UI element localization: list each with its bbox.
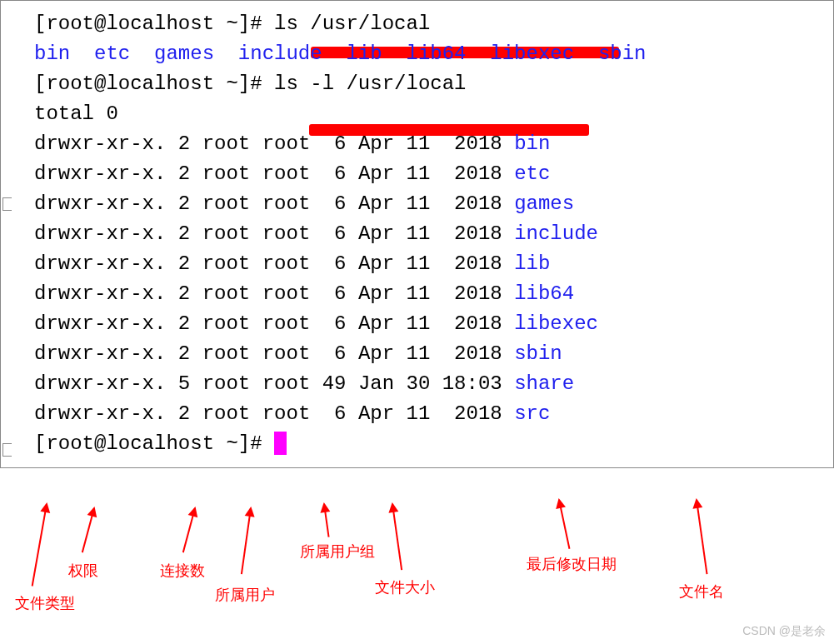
date-col: Apr 11 2018	[347, 132, 502, 155]
cursor	[274, 432, 287, 455]
size-col: 6	[310, 162, 346, 185]
links-col: 2	[166, 192, 190, 215]
table-row: drwxr-xr-x. 2 root root 6 Apr 11 2018 bi…	[1, 129, 833, 159]
label-links: 连接数	[160, 561, 205, 581]
date-col: Apr 11 2018	[347, 192, 502, 215]
table-row: drwxr-xr-x. 2 root root 6 Apr 11 2018 ga…	[1, 189, 833, 219]
label-size: 文件大小	[375, 577, 435, 597]
user-col: root	[190, 312, 250, 335]
date-col: Apr 11 2018	[347, 222, 502, 245]
links-col: 2	[166, 162, 190, 185]
table-row: drwxr-xr-x. 2 root root 6 Apr 11 2018 li…	[1, 249, 833, 279]
date-col: Apr 11 2018	[347, 342, 502, 365]
size-col: 6	[310, 312, 346, 335]
table-row: drwxr-xr-x. 2 root root 6 Apr 11 2018 sb…	[1, 339, 833, 369]
size-col: 6	[310, 402, 346, 425]
size-col: 6	[310, 252, 346, 275]
prompt-line-3[interactable]: [root@localhost ~]#	[1, 429, 833, 459]
size-col: 6	[310, 132, 346, 155]
links-col: 2	[166, 402, 190, 425]
date-col: Jan 30 18:03	[347, 372, 502, 395]
perm-col: drwxr-xr-x.	[34, 372, 166, 395]
table-row: drwxr-xr-x. 2 root root 6 Apr 11 2018 li…	[1, 309, 833, 339]
listing-rows: drwxr-xr-x. 2 root root 6 Apr 11 2018 bi…	[1, 129, 833, 429]
group-col: root	[250, 192, 310, 215]
label-mdate: 最后修改日期	[527, 554, 617, 574]
label-filetype: 文件类型	[15, 593, 75, 613]
size-col: 6	[310, 342, 346, 365]
size-col: 6	[310, 192, 346, 215]
date-col: Apr 11 2018	[347, 252, 502, 275]
group-col: root	[250, 222, 310, 245]
user-col: root	[190, 282, 250, 305]
label-perm: 权限	[68, 561, 98, 581]
group-col: root	[250, 162, 310, 185]
perm-col: drwxr-xr-x.	[34, 342, 166, 365]
date-col: Apr 11 2018	[347, 312, 502, 335]
prompt: [root@localhost ~]#	[34, 432, 274, 455]
command-2: ls -l /usr/local	[274, 72, 466, 95]
perm-col: drwxr-xr-x.	[34, 132, 166, 155]
user-col: root	[190, 162, 250, 185]
label-group: 所属用户组	[300, 542, 375, 562]
command-1: ls /usr/local	[274, 12, 430, 35]
name-col: bin	[502, 132, 551, 155]
user-col: root	[190, 402, 250, 425]
user-col: root	[190, 222, 250, 245]
arrow-fname	[696, 500, 708, 574]
terminal-window[interactable]: [root@localhost ~]# ls /usr/local bin et…	[0, 0, 834, 468]
name-col: lib	[502, 252, 551, 275]
total-line: total 0	[1, 99, 833, 129]
perm-col: drwxr-xr-x.	[34, 162, 166, 185]
total-text: total 0	[34, 102, 118, 125]
group-col: root	[250, 342, 310, 365]
date-col: Apr 11 2018	[347, 282, 502, 305]
perm-col: drwxr-xr-x.	[34, 222, 166, 245]
user-col: root	[190, 252, 250, 275]
user-col: root	[190, 372, 250, 395]
perm-col: drwxr-xr-x.	[34, 312, 166, 335]
perm-col: drwxr-xr-x.	[34, 252, 166, 275]
links-col: 2	[166, 312, 190, 335]
name-col: etc	[502, 162, 551, 185]
watermark: CSDN @是老余	[742, 624, 826, 639]
ls-output: bin etc games include lib lib64 libexec …	[34, 42, 647, 65]
links-col: 5	[166, 372, 190, 395]
name-col: lib64	[502, 282, 574, 305]
name-col: include	[502, 222, 598, 245]
size-col: 49	[310, 372, 346, 395]
links-col: 2	[166, 132, 190, 155]
group-col: root	[250, 132, 310, 155]
table-row: drwxr-xr-x. 2 root root 6 Apr 11 2018 sr…	[1, 399, 833, 429]
user-col: root	[190, 192, 250, 215]
perm-col: drwxr-xr-x.	[34, 192, 166, 215]
group-col: root	[250, 282, 310, 305]
links-col: 2	[166, 282, 190, 305]
prompt-line-1: [root@localhost ~]# ls /usr/local	[1, 9, 833, 39]
table-row: drwxr-xr-x. 2 root root 6 Apr 11 2018 li…	[1, 279, 833, 309]
date-col: Apr 11 2018	[347, 402, 502, 425]
group-col: root	[250, 312, 310, 335]
prompt-line-2: [root@localhost ~]# ls -l /usr/local	[1, 69, 833, 99]
links-col: 2	[166, 222, 190, 245]
links-col: 2	[166, 342, 190, 365]
name-col: src	[502, 402, 551, 425]
user-col: root	[190, 132, 250, 155]
arrow-mdate	[558, 500, 570, 549]
arrow-group	[323, 504, 330, 537]
table-row: drwxr-xr-x. 2 root root 6 Apr 11 2018 et…	[1, 159, 833, 189]
size-col: 6	[310, 222, 346, 245]
label-fname: 文件名	[679, 582, 724, 602]
arrow-links	[182, 508, 196, 553]
arrow-size	[392, 504, 402, 570]
arrow-user	[241, 508, 252, 574]
name-col: share	[502, 372, 574, 395]
group-col: root	[250, 402, 310, 425]
table-row: drwxr-xr-x. 2 root root 6 Apr 11 2018 in…	[1, 219, 833, 249]
date-col: Apr 11 2018	[347, 162, 502, 185]
perm-col: drwxr-xr-x.	[34, 402, 166, 425]
prompt: [root@localhost ~]#	[34, 72, 274, 95]
name-col: libexec	[502, 312, 598, 335]
table-row: drwxr-xr-x. 5 root root 49 Jan 30 18:03 …	[1, 369, 833, 399]
prompt: [root@localhost ~]#	[34, 12, 274, 35]
